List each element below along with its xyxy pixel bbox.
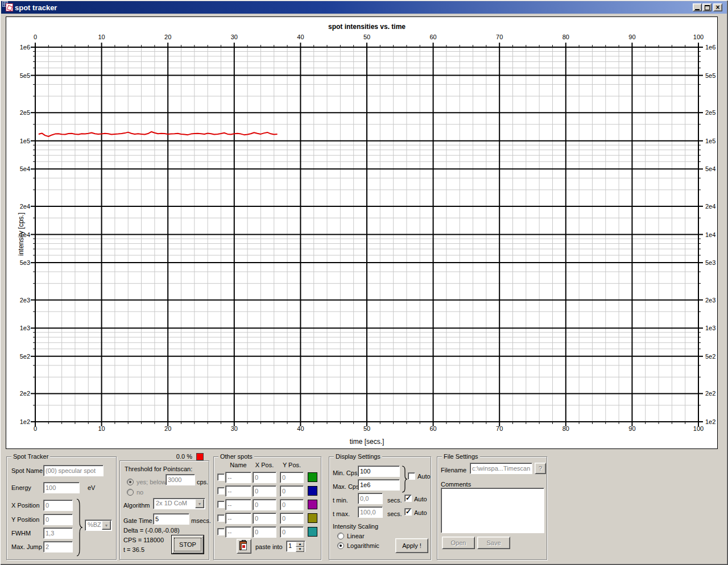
spot-enable-checkbox[interactable] — [217, 528, 225, 535]
x-tick-label: 100 — [689, 34, 708, 40]
chart-title: spot intensities vs. time — [35, 23, 698, 31]
auto-cps-checkbox[interactable] — [408, 472, 415, 480]
threshold-no-radio[interactable] — [127, 489, 134, 496]
max-jump-label: Max. Jump — [11, 543, 42, 550]
intensity-trace — [39, 132, 278, 136]
y-tick-label: 2e5 — [705, 109, 725, 116]
gate-time-field[interactable] — [153, 513, 189, 525]
fwhm-field[interactable] — [43, 527, 73, 539]
app-icon[interactable] — [2, 1, 15, 14]
spot-ypos-field[interactable] — [280, 472, 304, 483]
spot-enable-checkbox[interactable] — [217, 514, 225, 522]
chart-svg — [6, 17, 718, 450]
threshold-yes-radio[interactable] — [127, 479, 134, 485]
spot-name-field[interactable] — [43, 465, 104, 476]
y-position-label: Y Position — [11, 516, 39, 523]
t-max-field[interactable] — [358, 506, 383, 518]
spot-name-field[interactable] — [225, 485, 251, 497]
x-tick-label: 10 — [92, 34, 111, 40]
algorithm-combo[interactable]: 2x 1D CoM ▼ — [153, 498, 205, 509]
spot-xpos-field[interactable] — [253, 513, 276, 524]
auto-tmin-checkbox[interactable] — [404, 495, 412, 502]
max-cps-label: Max. Cps. — [333, 483, 361, 490]
threshold-value-field[interactable] — [166, 474, 195, 485]
max-jump-field[interactable] — [43, 541, 73, 552]
paste-index-spinner[interactable]: 1 ▲ ▼ — [286, 541, 305, 552]
chevron-down-icon[interactable]: ▼ — [195, 499, 204, 508]
bz-unit-combo[interactable]: %BZ ▼ — [85, 520, 112, 531]
spot-enable-checkbox[interactable] — [217, 487, 225, 495]
y-tick-label: 2e4 — [705, 203, 725, 210]
open-button[interactable]: Open — [442, 537, 475, 549]
spinner-up-icon[interactable]: ▲ — [296, 542, 304, 547]
spot-ypos-field[interactable] — [280, 499, 304, 510]
spinner-down-icon[interactable]: ▼ — [296, 547, 304, 552]
spot-tracker-group-label: Spot Tracker — [11, 453, 50, 460]
x-tick-label: 70 — [490, 425, 509, 432]
minimize-icon — [695, 9, 700, 10]
x-tick-label: 90 — [622, 34, 642, 40]
spot-name-label: Spot Name — [11, 467, 43, 474]
spot-name-field[interactable] — [225, 513, 251, 524]
filename-field[interactable] — [470, 463, 532, 474]
spot-name-field[interactable] — [225, 499, 251, 510]
spot-xpos-field[interactable] — [253, 472, 276, 483]
y-tick-label: 5e4 — [705, 165, 725, 172]
spot-ypos-field[interactable] — [280, 485, 304, 497]
time-readout: t = 36.5 — [123, 546, 144, 553]
y-tick-label: 1e2 — [11, 418, 30, 425]
filename-browse-button[interactable]: ? — [535, 463, 546, 474]
x-tick-label: 0 — [26, 34, 45, 40]
spot-xpos-field[interactable] — [253, 485, 276, 497]
maximize-button[interactable] — [702, 3, 712, 11]
close-button[interactable]: × — [713, 3, 722, 11]
x-tick-label: 20 — [158, 34, 177, 40]
energy-field[interactable] — [43, 482, 80, 493]
title-bar: spot tracker × — [1, 1, 727, 14]
y-tick-label: 1e3 — [11, 325, 30, 331]
stop-button[interactable]: STOP — [172, 535, 204, 554]
chevron-down-icon[interactable]: ▼ — [102, 521, 111, 530]
spot-ypos-field[interactable] — [280, 513, 304, 524]
display-settings-group-label: Display Settings — [334, 453, 382, 460]
spot-color-swatch — [308, 527, 317, 537]
linear-radio[interactable] — [337, 533, 344, 539]
spot-enable-checkbox[interactable] — [217, 473, 225, 481]
t-min-field[interactable] — [358, 493, 383, 504]
spot-ypos-field[interactable] — [280, 526, 304, 538]
threshold-no-label: no — [136, 489, 143, 496]
t-min-label: t min. — [333, 497, 348, 504]
auto-tmax-checkbox[interactable] — [404, 508, 412, 516]
cps-readout: CPS = 118000 — [123, 537, 164, 543]
save-button[interactable]: Save — [477, 537, 510, 549]
y-position-field[interactable] — [43, 514, 73, 525]
y-tick-label: 2e2 — [705, 390, 725, 397]
spot-enable-checkbox[interactable] — [217, 501, 225, 508]
t-min-unit: secs. — [387, 497, 402, 504]
spot-xpos-field[interactable] — [253, 499, 276, 510]
logarithmic-label: Logarithmic — [347, 542, 379, 549]
x-position-field[interactable] — [43, 500, 73, 511]
x-tick-label: 70 — [490, 34, 509, 40]
max-cps-field[interactable] — [358, 479, 400, 491]
min-cps-label: Min. Cps. — [333, 470, 359, 476]
paste-button[interactable] — [237, 539, 251, 554]
spot-xpos-field[interactable] — [253, 526, 276, 538]
file-settings-group: File Settings Filename ? Comments Open S… — [437, 456, 547, 560]
spot-name-field[interactable] — [225, 472, 251, 483]
minimize-button[interactable] — [693, 3, 702, 11]
x-tick-label: 30 — [225, 34, 244, 40]
column-header-xpos: X Pos. — [253, 462, 276, 468]
spot-name-field[interactable] — [225, 526, 251, 538]
file-settings-group-label: File Settings — [442, 453, 480, 460]
logarithmic-radio[interactable] — [337, 542, 344, 549]
min-cps-field[interactable] — [358, 466, 400, 477]
spot-color-swatch — [308, 500, 317, 509]
comments-label: Comments — [441, 481, 471, 488]
apply-button[interactable]: Apply ! — [395, 538, 428, 553]
x-tick-label: 60 — [424, 34, 443, 40]
y-tick-label: 1e4 — [11, 231, 30, 238]
status-indicator — [196, 453, 204, 460]
comments-textarea[interactable] — [441, 488, 544, 533]
window-title: spot tracker — [15, 3, 57, 12]
